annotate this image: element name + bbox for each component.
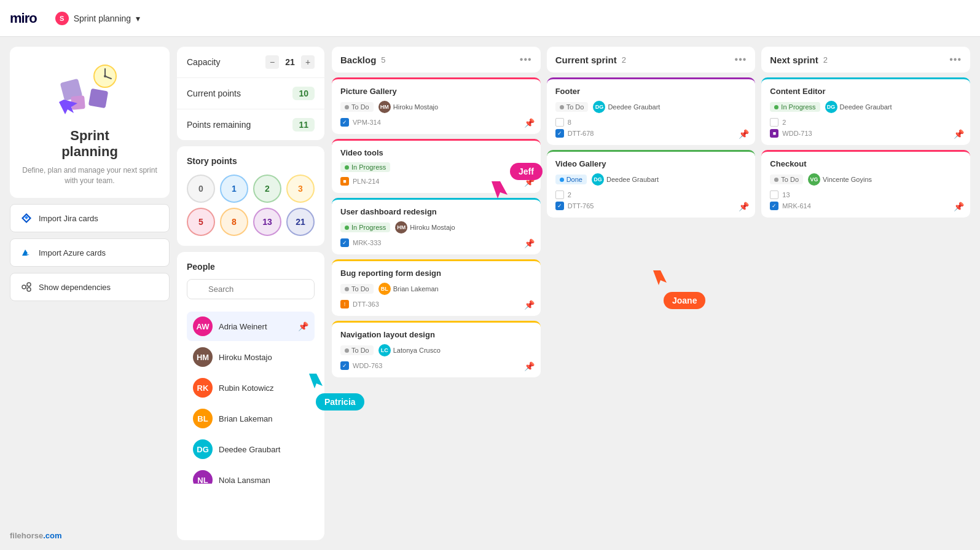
footer-assignee: DG Deedee Graubart xyxy=(593,101,660,113)
card-pin-icon-9[interactable]: 📌 xyxy=(954,202,964,211)
person-name-rubin: Rubin Kotowicz xyxy=(219,383,308,393)
card-footer-title: Footer xyxy=(555,87,747,96)
card-checkout-meta: To Do VG Vincente Goyins xyxy=(770,173,962,186)
show-dependencies-button[interactable]: Show dependencies xyxy=(10,273,170,301)
person-item-hiroku[interactable]: HM Hiroku Mostajo xyxy=(187,342,315,372)
card-pin-icon-4[interactable]: 📌 xyxy=(524,300,535,310)
point-13[interactable]: 13 xyxy=(253,208,281,236)
jira-icon xyxy=(20,212,33,224)
import-azure-label: Import Azure cards xyxy=(39,248,106,257)
card-video-gallery-title: Video Gallery xyxy=(555,159,747,168)
import-jira-label: Import Jira cards xyxy=(39,214,98,223)
people-search-input[interactable] xyxy=(187,279,315,299)
task-ticket-dtt2: ✓ DTT-765 xyxy=(555,202,747,210)
current-sprint-menu-icon[interactable]: ••• xyxy=(735,54,747,65)
card-pin-icon-8[interactable]: 📌 xyxy=(954,129,964,139)
board-title-label: Sprint planning xyxy=(74,14,131,23)
card-pin-icon-3[interactable]: 📌 xyxy=(524,238,535,248)
current-points-row: Current points 10 xyxy=(177,78,324,109)
task-ticket-wdd: ✓ WDD-763 xyxy=(340,361,532,370)
next-sprint-menu-icon[interactable]: ••• xyxy=(949,54,962,65)
status-dot xyxy=(774,105,778,109)
point-3[interactable]: 3 xyxy=(286,175,315,203)
board-title-button[interactable]: S Sprint planning ▾ xyxy=(49,8,146,29)
num-badge-checkout: 13 xyxy=(770,191,962,199)
backlog-menu-icon[interactable]: ••• xyxy=(520,54,532,65)
capacity-minus-button[interactable]: − xyxy=(265,55,279,69)
backlog-cards: Picture Gallery To Do HM Hiroku Mostajo … xyxy=(332,77,541,540)
status-dot xyxy=(345,287,349,291)
next-sprint-cards: Content Editor In Progress DG Deedee Gra… xyxy=(761,77,970,540)
avatar-deedee: DG xyxy=(193,439,213,459)
next-sprint-column: Next sprint 2 ••• Content Editor In Prog… xyxy=(761,47,970,540)
backlog-header: Backlog 5 ••• xyxy=(332,47,541,73)
person-item-nola[interactable]: NL Nola Lansman xyxy=(187,465,315,484)
card-content-editor-title: Content Editor xyxy=(770,87,962,96)
person-name-deedee: Deedee Graubart xyxy=(219,445,308,454)
mini-avatar-dg: DG xyxy=(593,101,605,113)
ticket-checkbox-orange2: ! xyxy=(340,300,349,308)
current-sprint-column: Current sprint 2 ••• Footer To Do DG xyxy=(547,47,756,540)
point-0[interactable]: 0 xyxy=(187,175,215,203)
search-wrap: 🔍 xyxy=(187,279,315,305)
card-video-gallery: Video Gallery Done DG Deedee Graubart xyxy=(547,150,756,218)
card-picture-gallery-meta: To Do HM Hiroku Mostajo xyxy=(340,101,532,113)
card-bug-meta: To Do BL Brian Lakeman xyxy=(340,283,532,295)
capacity-value: 21 xyxy=(284,57,296,67)
board-icon: S xyxy=(55,12,69,25)
status-dot xyxy=(345,348,349,353)
point-1[interactable]: 1 xyxy=(220,175,248,203)
card-user-dashboard-meta: In Progress HM Hiroku Mostajo xyxy=(340,221,532,234)
square-icon-3 xyxy=(770,118,778,127)
card-bug-title: Bug reporting form design xyxy=(340,269,532,278)
point-2[interactable]: 2 xyxy=(253,175,281,203)
backlog-title: Backlog xyxy=(340,55,376,65)
avatar-adria: AW xyxy=(193,316,213,336)
card-pin-icon-5[interactable]: 📌 xyxy=(524,361,535,371)
card-pin-icon-6[interactable]: 📌 xyxy=(739,129,749,139)
current-sprint-title-wrap: Current sprint 2 xyxy=(555,55,626,65)
person-list: AW Adria Weinert 📌 HM Hiroku Mostajo RK … xyxy=(187,312,315,484)
task-ticket-dtt: ! DTT-363 xyxy=(340,300,532,308)
card-bug-reporting: Bug reporting form design To Do BL Brian… xyxy=(332,259,541,316)
ticket-checkbox-blue3: ✓ xyxy=(340,361,349,370)
mini-avatar-hm: HM xyxy=(378,101,391,113)
card-pin-icon-7[interactable]: 📌 xyxy=(739,202,749,211)
ticket-checkbox-purple: ■ xyxy=(770,129,778,138)
middle-panel: Capacity − 21 + Current points 10 Points… xyxy=(177,47,324,540)
person-item-adria[interactable]: AW Adria Weinert 📌 xyxy=(187,312,315,341)
import-azure-button[interactable]: Import Azure cards xyxy=(10,238,170,267)
current-points-badge: 10 xyxy=(292,87,315,100)
mini-avatar-hm2: HM xyxy=(395,221,407,234)
current-sprint-header: Current sprint 2 ••• xyxy=(547,47,756,73)
point-8[interactable]: 8 xyxy=(220,208,248,236)
card-checkout: Checkout To Do VG Vincente Goyins xyxy=(761,150,970,218)
card-video-tools: Video tools In Progress ■ PLN-214 📌 xyxy=(332,139,541,193)
pin-icon-adria[interactable]: 📌 xyxy=(298,321,308,331)
next-sprint-title-wrap: Next sprint 2 xyxy=(770,55,828,65)
person-item-brian[interactable]: BL Brian Lakeman xyxy=(187,404,315,433)
story-points-title: Story points xyxy=(187,156,315,166)
task-ticket-mrk: ✓ MRK-333 xyxy=(340,238,532,247)
mini-avatar-lc: LC xyxy=(378,344,391,356)
point-5[interactable]: 5 xyxy=(187,208,215,236)
avatar-hiroku: HM xyxy=(193,347,213,367)
done-status: Done xyxy=(555,175,587,184)
card-pin-icon[interactable]: 📌 xyxy=(524,118,535,128)
ticket-checkbox-blue5: ✓ xyxy=(770,202,778,210)
status-todo-badge2: To Do xyxy=(340,345,374,355)
point-21[interactable]: 21 xyxy=(286,208,315,236)
ticket-checkbox-blue: ✓ xyxy=(340,118,349,127)
capacity-plus-button[interactable]: + xyxy=(301,55,315,69)
import-jira-button[interactable]: Import Jira cards xyxy=(10,204,170,232)
capacity-row: Capacity − 21 + xyxy=(177,47,324,78)
ticket-checkbox-footer: ✓ xyxy=(555,129,564,138)
card-nav-layout: Navigation layout design To Do LC Latony… xyxy=(332,321,541,377)
card-pin-icon-2[interactable]: 📌 xyxy=(524,177,535,187)
status-dot xyxy=(345,226,349,230)
backlog-title-wrap: Backlog 5 xyxy=(340,55,386,65)
person-item-rubin[interactable]: RK Rubin Kotowicz xyxy=(187,373,315,403)
svg-point-8 xyxy=(22,285,26,289)
square-icon xyxy=(555,118,564,127)
person-item-deedee[interactable]: DG Deedee Graubart xyxy=(187,434,315,464)
